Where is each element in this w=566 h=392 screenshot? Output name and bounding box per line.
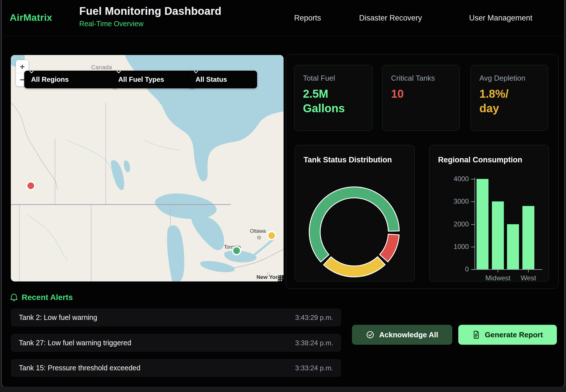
page-subtitle: Real-Time Overview (79, 20, 221, 28)
bell-icon (10, 293, 18, 302)
stat-label: Avg Depletion (479, 74, 548, 83)
overview-panel: Total Fuel 2.5M Gallons Critical Tanks 1… (286, 54, 559, 289)
stat-card-total-fuel: Total Fuel 2.5M Gallons (294, 65, 372, 131)
donut-chart-title: Tank Status Distribution (304, 156, 392, 164)
window-bottom-gap (0, 387, 566, 392)
bar-chart-card: Regional Consumption 01000200030004000Mi… (429, 145, 549, 281)
document-icon (472, 330, 480, 339)
y-tick-mark (471, 224, 475, 225)
alert-timestamp: 3:38:24 p.m. (295, 339, 333, 347)
y-tick-label: 0 (429, 265, 469, 273)
grip-dots-icon (278, 275, 282, 281)
chevron-down-icon (117, 71, 121, 74)
stat-value-line1: 1.8%/ (479, 87, 548, 101)
stat-value: 1.8%/ day (479, 87, 548, 116)
map-panel[interactable]: Canada Ottawa Toronto New York + − All R… (11, 55, 284, 281)
map-country-label: Canada (91, 64, 112, 70)
bar-West[interactable] (522, 206, 534, 269)
y-tick-label: 3000 (429, 197, 469, 205)
alert-timestamp: 3:43:29 p.m. (295, 314, 333, 322)
nav-reports[interactable]: Reports (294, 14, 321, 23)
stat-value-line1: 2.5M (303, 87, 372, 101)
brand-logo: AirMatrix (10, 12, 52, 23)
donut-chart-card: Tank Status Distribution (295, 145, 415, 281)
x-tick-label: West (508, 274, 548, 282)
map-canvas[interactable]: Canada Ottawa Toronto New York (11, 55, 284, 281)
x-axis-line (473, 269, 542, 270)
chevron-down-icon (29, 71, 34, 74)
dashboard-root: AirMatrix Fuel Monitoring Dashboard Real… (0, 0, 566, 392)
map-marker-normal[interactable] (233, 247, 241, 255)
bar-series-2[interactable] (507, 224, 519, 270)
stat-value-line1: 10 (391, 87, 459, 101)
acknowledge-all-button[interactable]: Acknowledge All (352, 325, 452, 345)
y-tick-mark (471, 247, 475, 247)
alert-row[interactable]: Tank 15: Pressure threshold exceeded 3:3… (11, 359, 341, 377)
stat-label: Total Fuel (303, 74, 372, 83)
bar-series-0[interactable] (477, 179, 488, 269)
tank-status-donut-chart (306, 183, 403, 280)
map-city-label-ottawa: Ottawa (250, 228, 266, 234)
filter-regions-value: All Regions (31, 75, 69, 83)
bar-Midwest[interactable] (492, 201, 504, 269)
alert-row[interactable]: Tank 2: Low fuel warning 3:43:29 p.m. (11, 309, 341, 326)
map-marker-warning[interactable] (268, 232, 276, 240)
stat-card-critical-tanks: Critical Tanks 10 (382, 65, 460, 131)
alerts-heading: Recent Alerts (22, 293, 73, 302)
stat-value: 10 (391, 87, 459, 101)
page-title: Fuel Monitoring Dashboard (79, 5, 221, 17)
generate-report-label: Generate Report (485, 330, 543, 339)
nav-user-management[interactable]: User Management (469, 14, 532, 23)
acknowledge-all-label: Acknowledge All (379, 330, 438, 339)
filter-status[interactable]: All Status (189, 71, 257, 88)
regional-consumption-bar-chart: 01000200030004000MidwestWest (429, 145, 549, 282)
y-tick-mark (471, 179, 475, 179)
stat-card-avg-depletion: Avg Depletion 1.8%/ day (471, 65, 548, 131)
generate-report-button[interactable]: Generate Report (458, 325, 557, 345)
y-tick-label: 1000 (429, 243, 469, 251)
y-axis-line (475, 178, 475, 270)
filter-fuel-types-value: All Fuel Types (118, 75, 164, 83)
y-tick-label: 2000 (429, 220, 469, 228)
donut-segment-critical[interactable] (380, 234, 399, 262)
x-tick-mark (498, 270, 498, 272)
stat-label: Critical Tanks (391, 74, 459, 83)
header-divider (1, 36, 565, 36)
alert-text: Tank 15: Pressure threshold exceeded (19, 364, 141, 372)
filter-status-value: All Status (196, 75, 227, 83)
alert-text: Tank 27: Low fuel warning triggered (19, 339, 131, 347)
stat-value: 2.5M Gallons (303, 87, 372, 116)
alert-text: Tank 2: Low fuel warning (19, 313, 97, 322)
stat-value-line2: day (479, 101, 548, 116)
alert-row[interactable]: Tank 27: Low fuel warning triggered 3:38… (11, 334, 341, 352)
x-tick-mark (528, 270, 529, 272)
filter-regions[interactable]: All Regions (24, 71, 118, 88)
alert-timestamp: 3:33:24 p.m. (295, 364, 333, 372)
stat-value-line2: Gallons (303, 101, 372, 116)
donut-segment-warning[interactable] (323, 257, 385, 277)
y-tick-mark (471, 269, 475, 270)
map-marker-critical[interactable] (27, 182, 35, 190)
chevron-down-icon (194, 71, 198, 74)
y-tick-mark (471, 201, 475, 202)
nav-disaster-recovery[interactable]: Disaster Recovery (359, 14, 422, 23)
y-tick-label: 4000 (429, 175, 469, 183)
filter-fuel-types[interactable]: All Fuel Types (111, 71, 196, 88)
check-circle-icon (366, 330, 374, 339)
map-city-label-newyork: New York (256, 274, 281, 280)
